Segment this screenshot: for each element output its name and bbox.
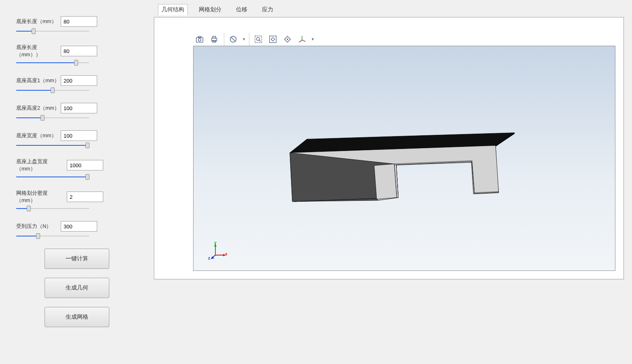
svg-point-9 [256, 37, 259, 40]
3d-viewport[interactable]: y x z [193, 46, 615, 271]
fit-view-icon[interactable] [266, 33, 279, 46]
svg-rect-8 [255, 36, 262, 43]
svg-line-10 [259, 40, 261, 42]
svg-rect-0 [196, 37, 203, 42]
param-label: 底座长度（mm） [16, 18, 61, 25]
axis-z-label: z [208, 256, 210, 260]
svg-point-12 [287, 38, 288, 40]
print-icon[interactable] [208, 33, 221, 46]
zoom-box-icon[interactable] [252, 33, 265, 46]
generate-mesh-button[interactable]: 生成网格 [45, 307, 109, 327]
param-input[interactable] [61, 16, 97, 27]
axis-triad: y x z [211, 243, 227, 259]
axis-x-label: x [225, 252, 228, 256]
param-label: 网格划分密度（mm） [16, 189, 67, 204]
svg-line-14 [302, 40, 305, 42]
svg-rect-1 [198, 36, 201, 38]
viewer-toolbar: ▼ [193, 33, 318, 46]
tab[interactable]: 网格划分 [195, 4, 225, 15]
param-label: 底座长度（mm）） [16, 44, 61, 58]
param-row: 底座上盘宽度（mm） [16, 158, 138, 178]
svg-line-15 [299, 40, 302, 43]
svg-point-2 [198, 38, 201, 41]
param-input[interactable] [61, 221, 97, 232]
param-row: 底座高度2（mm） [16, 103, 138, 119]
param-label: 底座高度1（mm） [16, 77, 61, 84]
param-row: 网格划分密度（mm） [16, 189, 138, 210]
param-label: 底座高度2（mm） [16, 104, 61, 112]
param-slider[interactable] [16, 144, 89, 147]
param-input[interactable] [61, 75, 97, 86]
param-input[interactable] [61, 130, 97, 141]
main-panel: 几何结构网格划分位移应力 ▼ [154, 0, 632, 364]
param-label: 受到压力（N） [16, 223, 61, 230]
param-slider[interactable] [16, 89, 89, 92]
tab-bar: 几何结构网格划分位移应力 [154, 0, 632, 15]
param-input[interactable] [61, 46, 97, 56]
no-entry-icon[interactable] [227, 33, 240, 46]
param-row: 底座高度1（mm） [16, 75, 138, 92]
param-row: 底座长度（mm） [16, 16, 138, 32]
param-row: 受到压力（N） [16, 221, 138, 237]
param-slider[interactable] [16, 207, 89, 210]
calculate-button[interactable]: 一键计算 [45, 249, 109, 269]
rotate-icon[interactable] [281, 33, 294, 46]
snapshot-icon[interactable] [193, 33, 206, 46]
svg-line-7 [231, 37, 235, 41]
param-row: 底座宽度（mm） [16, 130, 138, 147]
chevron-down-icon[interactable]: ▼ [311, 37, 315, 41]
param-slider[interactable] [16, 117, 89, 119]
param-slider[interactable] [16, 30, 89, 32]
param-input[interactable] [67, 192, 103, 202]
axis-y-label: y [214, 241, 217, 245]
param-input[interactable] [61, 103, 97, 113]
param-slider[interactable] [16, 62, 89, 64]
viewer-frame: ▼ [154, 17, 624, 279]
param-slider[interactable] [16, 176, 89, 178]
param-label: 底座宽度（mm） [16, 132, 61, 139]
svg-rect-11 [270, 36, 277, 43]
chevron-down-icon[interactable]: ▼ [242, 37, 246, 41]
generate-geometry-button[interactable]: 生成几何 [45, 278, 109, 298]
axis-orientation-icon[interactable] [296, 33, 309, 46]
svg-rect-4 [213, 36, 215, 38]
param-row: 底座长度（mm）） [16, 44, 138, 64]
tab[interactable]: 应力 [258, 4, 277, 15]
param-input[interactable] [67, 160, 103, 170]
param-slider[interactable] [16, 235, 89, 237]
tab[interactable]: 位移 [232, 4, 251, 15]
tab[interactable]: 几何结构 [158, 4, 188, 15]
parameter-sidebar: 底座长度（mm） 底座长度（mm）） 底座高度1（mm） 底座高度2（mm） [0, 0, 154, 364]
svg-rect-3 [212, 38, 217, 41]
param-label: 底座上盘宽度（mm） [16, 158, 67, 172]
svg-marker-49 [374, 164, 397, 199]
